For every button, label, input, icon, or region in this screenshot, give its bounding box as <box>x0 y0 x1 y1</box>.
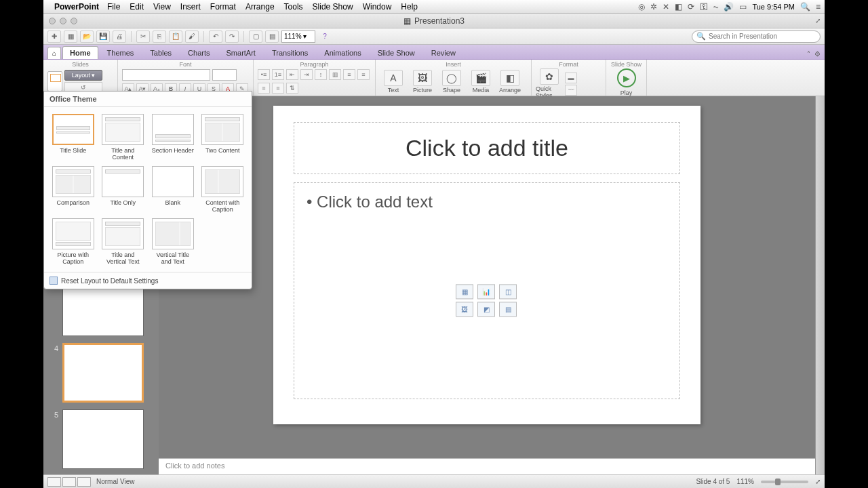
layout-content-caption[interactable]: Content with Caption <box>201 166 245 213</box>
status-icon[interactable]: ◧ <box>675 2 682 12</box>
zoom-icon[interactable] <box>71 18 77 24</box>
tab-charts[interactable]: Charts <box>180 46 217 59</box>
wifi-icon[interactable]: ⏦ <box>713 2 718 12</box>
zoom-select[interactable]: 111% ▾ <box>281 30 315 43</box>
align-right-icon[interactable]: ≡ <box>258 83 270 94</box>
status-icon[interactable]: ✕ <box>663 2 669 12</box>
layout-title-only[interactable]: Title Only <box>101 166 146 213</box>
tab-home[interactable]: Home <box>62 46 98 59</box>
copy-icon[interactable]: ⎘ <box>153 30 166 43</box>
search-field[interactable]: 🔍 <box>692 30 821 43</box>
search-input[interactable] <box>709 33 816 40</box>
menu-tools[interactable]: Tools <box>284 2 303 12</box>
fit-icon[interactable]: ⤢ <box>815 478 821 485</box>
print-icon[interactable]: 🖨 <box>113 30 126 43</box>
reset-layout-button[interactable]: Reset Layout to Default Settings <box>44 272 252 289</box>
slide-icon[interactable]: ▢ <box>249 30 262 43</box>
normal-view-icon[interactable] <box>47 477 61 487</box>
menu-format[interactable]: Format <box>210 2 236 12</box>
layout-title-slide[interactable]: Title Slide <box>51 114 96 161</box>
bluetooth-icon[interactable]: ⚿ <box>700 2 708 12</box>
quick-styles-button[interactable]: ✿Quick Styles <box>536 68 563 99</box>
indent-icon[interactable]: ⇥ <box>300 69 313 80</box>
tab-transitions[interactable]: Transitions <box>264 46 315 59</box>
slideshow-view-icon[interactable] <box>77 477 91 487</box>
menu-slideshow[interactable]: Slide Show <box>313 2 353 12</box>
battery-icon[interactable]: ▭ <box>739 2 747 12</box>
layout-title-content[interactable]: Title and Content <box>101 114 146 161</box>
spotlight-icon[interactable]: 🔍 <box>800 2 810 12</box>
tab-review[interactable]: Review <box>424 46 463 59</box>
zoom-slider[interactable] <box>761 481 808 483</box>
template-icon[interactable]: ▦ <box>64 30 77 43</box>
tab-themes[interactable]: Themes <box>100 46 142 59</box>
insert-clipart-icon[interactable]: ◩ <box>477 302 495 317</box>
menu-file[interactable]: File <box>107 2 120 12</box>
layout-picture-caption[interactable]: Picture with Caption <box>51 218 96 265</box>
format-painter-icon[interactable]: 🖌 <box>185 30 199 43</box>
slide-canvas[interactable]: Click to add title Click to add text ▦ 📊… <box>159 96 815 458</box>
insert-smartart-icon[interactable]: ◫ <box>499 284 517 299</box>
layout-title-vertical-text[interactable]: Title and Vertical Text <box>101 218 146 265</box>
home-icon[interactable]: ⌂ <box>47 47 61 59</box>
insert-picture-icon[interactable]: 🖼 <box>456 302 473 317</box>
tab-smartart[interactable]: SmartArt <box>219 46 263 59</box>
menu-help[interactable]: Help <box>401 2 418 12</box>
collapse-icon[interactable]: ˄ <box>807 50 810 58</box>
menu-arrange[interactable]: Arrange <box>245 2 275 12</box>
clock[interactable]: Tue 9:54 PM <box>752 3 795 11</box>
arrange-button[interactable]: ◧Arrange <box>496 70 524 94</box>
sorter-view-icon[interactable] <box>62 477 76 487</box>
volume-icon[interactable]: 🔊 <box>724 2 734 12</box>
close-icon[interactable] <box>49 18 56 24</box>
text-direction-icon[interactable]: ⇅ <box>286 83 298 94</box>
layout-vertical-title-text[interactable]: Vertical Title and Text <box>151 218 195 265</box>
content-placeholder[interactable]: Click to add text ▦ 📊 ◫ 🖼 ◩ ▤ <box>294 182 680 399</box>
layout-section-header[interactable]: Section Header <box>151 114 195 161</box>
new-icon[interactable]: ✚ <box>47 30 61 43</box>
fill-icon[interactable]: ▬ <box>565 73 577 83</box>
undo-icon[interactable]: ↶ <box>209 30 222 43</box>
insert-media-icon[interactable]: ▤ <box>499 302 517 317</box>
outdent-icon[interactable]: ⇤ <box>286 69 298 80</box>
minimize-icon[interactable] <box>60 18 66 24</box>
menu-window[interactable]: Window <box>363 2 392 12</box>
insert-shape-button[interactable]: ◯Shape <box>438 70 465 94</box>
align-center-icon[interactable]: ≡ <box>357 69 370 80</box>
bullets-icon[interactable]: •≡ <box>258 69 270 80</box>
layout-two-content[interactable]: Two Content <box>201 114 245 161</box>
insert-media-button[interactable]: 🎬Media <box>467 70 494 94</box>
status-icon[interactable]: ⟳ <box>688 2 694 12</box>
menu-view[interactable]: View <box>153 2 171 12</box>
columns-icon[interactable]: ▥ <box>329 69 341 80</box>
save-icon[interactable]: 💾 <box>96 30 110 43</box>
align-left-icon[interactable]: ≡ <box>343 69 355 80</box>
size-select[interactable] <box>212 69 237 81</box>
font-select[interactable] <box>122 69 210 81</box>
line-icon[interactable]: 〰 <box>565 85 577 96</box>
layout-blank[interactable]: Blank <box>151 166 195 213</box>
new-slide-button[interactable] <box>47 71 62 92</box>
insert-table-icon[interactable]: ▦ <box>456 284 473 299</box>
menu-icon[interactable]: ≡ <box>816 2 821 12</box>
layout-comparison[interactable]: Comparison <box>51 166 96 213</box>
gear-icon[interactable]: ⚙ <box>814 50 821 58</box>
line-spacing-icon[interactable]: ↕ <box>315 69 327 80</box>
notes-pane[interactable]: Click to add notes <box>159 458 815 474</box>
insert-chart-icon[interactable]: 📊 <box>477 284 495 299</box>
cut-icon[interactable]: ✂ <box>136 30 150 43</box>
menu-edit[interactable]: Edit <box>130 2 144 12</box>
layout-button[interactable]: Layout ▾ <box>64 70 102 81</box>
vertical-scrollbar[interactable] <box>815 96 825 474</box>
tab-animations[interactable]: Animations <box>317 46 368 59</box>
status-icon[interactable]: ◎ <box>638 2 645 12</box>
status-icon[interactable]: ✲ <box>650 2 657 12</box>
expand-icon[interactable]: ⤢ <box>815 17 821 24</box>
section-icon[interactable]: ▤ <box>265 30 279 43</box>
numbering-icon[interactable]: 1≡ <box>272 69 284 80</box>
open-icon[interactable]: 📂 <box>80 30 94 43</box>
tab-slideshow[interactable]: Slide Show <box>370 46 422 59</box>
app-name[interactable]: PowerPoint <box>54 2 99 12</box>
insert-text-button[interactable]: AText <box>380 70 407 94</box>
justify-icon[interactable]: ≡ <box>272 83 284 94</box>
